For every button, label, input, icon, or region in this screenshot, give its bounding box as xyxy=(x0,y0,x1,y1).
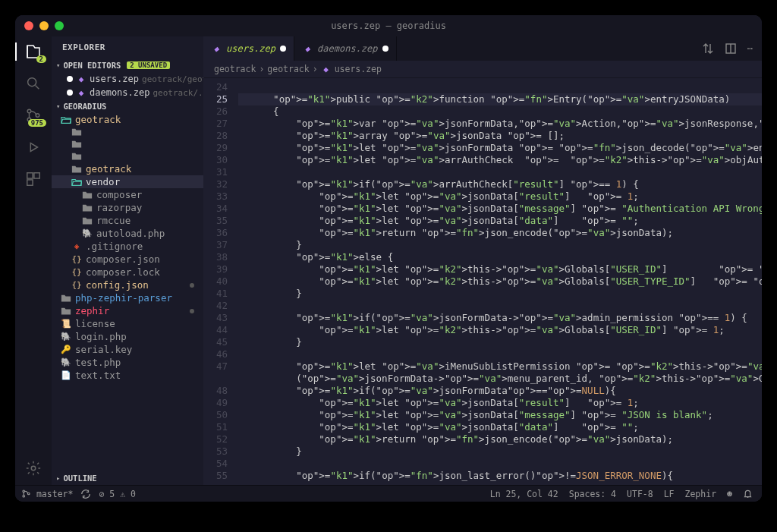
tree-item[interactable]: rmccue xyxy=(52,214,203,227)
tree-item-label: composer.lock xyxy=(86,266,160,278)
folder-icon xyxy=(61,306,71,316)
json-icon: {} xyxy=(71,254,82,265)
problems[interactable]: ⊘ 5 ⚠ 0 xyxy=(99,489,136,499)
maximize-window-button[interactable] xyxy=(55,21,64,30)
sidebar: EXPLORER ▾ OPEN EDITORS 2 UNSAVED ◆ user… xyxy=(52,36,203,485)
split-icon[interactable] xyxy=(725,42,737,55)
eol[interactable]: LF xyxy=(664,489,675,499)
json-icon: {} xyxy=(71,280,82,291)
tree-item[interactable]: 🔑serial.key xyxy=(52,343,203,356)
open-editor-item[interactable]: ◆ users.zep geotrack/geot... xyxy=(52,72,203,86)
bell-icon[interactable] xyxy=(743,489,753,499)
tree-item[interactable] xyxy=(52,138,203,150)
svg-rect-5 xyxy=(34,173,39,178)
tree-item-label: license xyxy=(75,318,115,329)
zep-icon: ◆ xyxy=(76,87,87,98)
debug-icon[interactable] xyxy=(24,138,42,156)
cursor-position[interactable]: Ln 25, Col 42 xyxy=(490,489,558,499)
git-branch[interactable]: master* xyxy=(21,489,73,499)
svg-point-9 xyxy=(23,490,25,492)
open-editor-item[interactable]: ◆ daemons.zep geotrack/... xyxy=(52,86,203,99)
tree-item-label: razorpay xyxy=(96,202,142,213)
explorer-badge: 2 xyxy=(36,55,46,63)
language-mode[interactable]: Zephir xyxy=(685,489,717,499)
folder-icon xyxy=(82,190,93,200)
tree-item-label: geotrack xyxy=(75,114,121,125)
php-icon: 🐘 xyxy=(61,357,71,368)
modified-indicator xyxy=(190,283,194,288)
workspace-header[interactable]: ▾ GEORADIUS xyxy=(52,99,203,113)
tree-item[interactable]: razorpay xyxy=(52,201,203,214)
zep-icon: ◆ xyxy=(76,74,87,84)
feedback-icon[interactable]: ☻ xyxy=(727,489,732,499)
tab-modified-icon[interactable] xyxy=(280,46,286,52)
warning-count: 0 xyxy=(131,489,136,499)
zep-icon: ◆ xyxy=(321,64,332,74)
status-bar: master* ⊘ 5 ⚠ 0 Ln 25, Col 42 Spaces: 4 … xyxy=(15,485,762,502)
tree-item[interactable]: 📄text.txt xyxy=(52,369,203,382)
folder-icon xyxy=(71,139,82,150)
minimize-window-button[interactable] xyxy=(39,21,49,30)
tab-label: users.zep xyxy=(226,43,275,54)
encoding[interactable]: UTF-8 xyxy=(627,489,653,499)
folder-icon xyxy=(82,203,93,213)
compare-icon[interactable] xyxy=(702,42,714,55)
tree-item-label: composer.json xyxy=(86,253,160,265)
open-editor-path: geotrack/geot... xyxy=(142,74,203,84)
open-editors-header[interactable]: ▾ OPEN EDITORS 2 UNSAVED xyxy=(52,58,203,72)
branch-label: master* xyxy=(36,489,73,499)
line-gutter: 2425262728293031323334353637383940414243… xyxy=(203,78,238,485)
close-window-button[interactable] xyxy=(24,21,33,30)
tree-item[interactable]: 🐘autoload.php xyxy=(52,227,203,240)
tree-item-label: rmccue xyxy=(96,215,131,226)
tree-item-label: php-zephir-parser xyxy=(75,292,172,304)
extensions-icon[interactable] xyxy=(24,170,42,188)
code-editor[interactable]: "op">="k1">public "op">="k2">function "o… xyxy=(238,78,762,485)
breadcrumb-1[interactable]: geotrack xyxy=(267,64,309,74)
tab[interactable]: ◆ daemons.zep xyxy=(294,36,396,61)
settings-icon[interactable] xyxy=(24,459,42,477)
sync-icon[interactable] xyxy=(80,489,91,499)
tree-item[interactable]: ◈.gitignore xyxy=(52,240,203,253)
breadcrumb-0[interactable]: geotrack xyxy=(214,64,256,74)
breadcrumb-2[interactable]: users.zep xyxy=(335,64,382,74)
explorer-icon[interactable]: 2 xyxy=(24,42,42,61)
folder-icon xyxy=(61,293,71,304)
workspace-label: GEORADIUS xyxy=(63,102,106,111)
php-icon: 🐘 xyxy=(82,228,93,239)
tab[interactable]: ◆ users.zep xyxy=(203,36,294,61)
folder-icon xyxy=(71,164,82,175)
tree-item-label: vendor xyxy=(86,176,120,187)
breadcrumb[interactable]: geotrack › geotrack › ◆ users.zep xyxy=(203,61,762,78)
tree-item-label: zephir xyxy=(75,305,109,316)
tree-item[interactable]: {}config.json xyxy=(52,279,203,291)
tree-item[interactable] xyxy=(52,150,203,162)
more-icon[interactable]: ⋯ xyxy=(747,43,753,54)
indent-setting[interactable]: Spaces: 4 xyxy=(569,489,616,499)
outline-header[interactable]: ▸ OUTLINE xyxy=(52,471,203,485)
tree-item[interactable]: geotrack xyxy=(52,113,203,126)
tree-item[interactable]: 🐘login.php xyxy=(52,330,203,343)
tree-item[interactable]: 🐘test.php xyxy=(52,356,203,369)
svg-point-1 xyxy=(27,109,31,113)
tree-item[interactable]: geotrack xyxy=(52,162,203,175)
tree-item[interactable]: {}composer.lock xyxy=(52,266,203,279)
tree-item[interactable]: zephir xyxy=(52,304,203,317)
tree-item[interactable]: composer xyxy=(52,188,203,201)
search-icon[interactable] xyxy=(24,74,42,93)
tree-item[interactable]: 📜license xyxy=(52,317,203,330)
folder-icon xyxy=(71,127,82,137)
zep-icon: ◆ xyxy=(211,43,222,54)
modified-indicator xyxy=(190,309,194,313)
json-icon: {} xyxy=(71,267,82,278)
scm-icon[interactable]: 975 xyxy=(24,106,42,124)
tree-item-label: .gitignore xyxy=(86,241,143,252)
tree-item[interactable]: {}composer.json xyxy=(52,253,203,266)
tab-label: daemons.zep xyxy=(317,43,377,54)
error-count: 5 xyxy=(109,489,115,499)
tree-item[interactable] xyxy=(52,126,203,138)
tree-item-label: composer xyxy=(96,189,142,200)
tab-modified-icon[interactable] xyxy=(382,46,388,52)
tree-item[interactable]: php-zephir-parser xyxy=(52,291,203,304)
tree-item[interactable]: vendor xyxy=(52,175,203,188)
